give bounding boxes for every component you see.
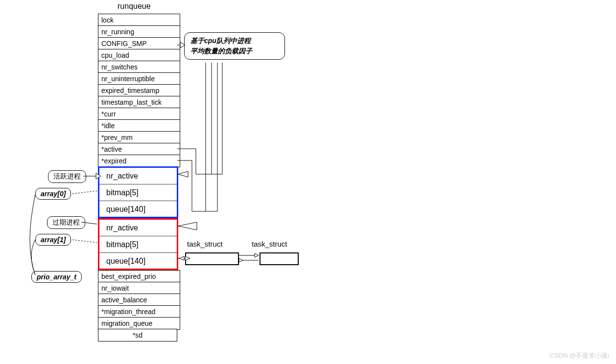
field-timestamp-last-tick: timestamp_last_tick [98,96,180,109]
array0-nr-active: nr_active [99,168,177,184]
field-active: *active [98,143,180,156]
callout-line1: 基于cpu队列中进程 [190,36,279,46]
watermark: CSDN @不是笨小孩i [549,351,609,360]
label-active-procs: 活跃进程 [48,170,86,183]
callout-cpu-load: 基于cpu队列中进程 平均数量的负载因子 [184,32,285,60]
runqueue-title: runqueue [118,2,151,11]
field-best-expired-prio: best_expired_prio [98,270,180,283]
array1-box: nr_active bitmap[5] queue[140] [98,218,178,270]
array0-bitmap: bitmap[5] [99,184,177,201]
field-curr: *curr [98,108,180,120]
field-migration-thread: *migration_thread [98,305,180,318]
label-prio-array: prio_array_t [31,271,82,283]
field-nr-running: nr_running [98,25,180,38]
connectors-layer [0,0,616,364]
svg-marker-15 [178,222,197,230]
task-struct-box-1 [185,252,239,265]
field-idle: *idle [98,119,180,132]
array1-queue: queue[140] [99,253,177,269]
field-expired: *expired [98,155,180,167]
array1-bitmap: bitmap[5] [99,236,177,253]
svg-marker-14 [178,171,188,177]
field-active-balance: active_balance [98,294,180,306]
field-sd: *sd [98,329,177,341]
field-prev-mm: *prev_mm [98,131,180,144]
field-nr-switches: nr_switches [98,61,180,73]
array0-box: nr_active bitmap[5] queue[140] [98,166,178,218]
svg-line-25 [72,191,97,194]
label-expired-procs: 过期进程 [47,216,85,229]
array0-queue: queue[140] [99,201,177,217]
field-nr-uninterruptible: nr_uninterruptible [98,72,180,85]
svg-line-27 [72,240,97,243]
task-struct-label-2: task_struct [252,240,287,248]
label-array0: array[0] [35,188,71,200]
field-migration-queue: migration_queue [98,317,180,330]
field-cpu-load: cpu_load [98,49,180,62]
field-nr-iowait: nr_iowait [98,282,180,295]
task-struct-box-2 [260,252,299,265]
field-lock: lock [98,14,180,26]
label-array1: array[1] [35,234,71,246]
callout-line2: 平均数量的负载因子 [190,46,279,56]
svg-marker-22 [239,258,243,262]
svg-marker-17 [179,256,184,260]
svg-marker-21 [255,253,259,257]
task-struct-label-1: task_struct [187,240,223,248]
field-expired-timestamp: expired_timestamp [98,84,180,97]
array1-nr-active: nr_active [99,220,177,236]
field-config-smp: CONFIG_SMP [98,37,180,50]
